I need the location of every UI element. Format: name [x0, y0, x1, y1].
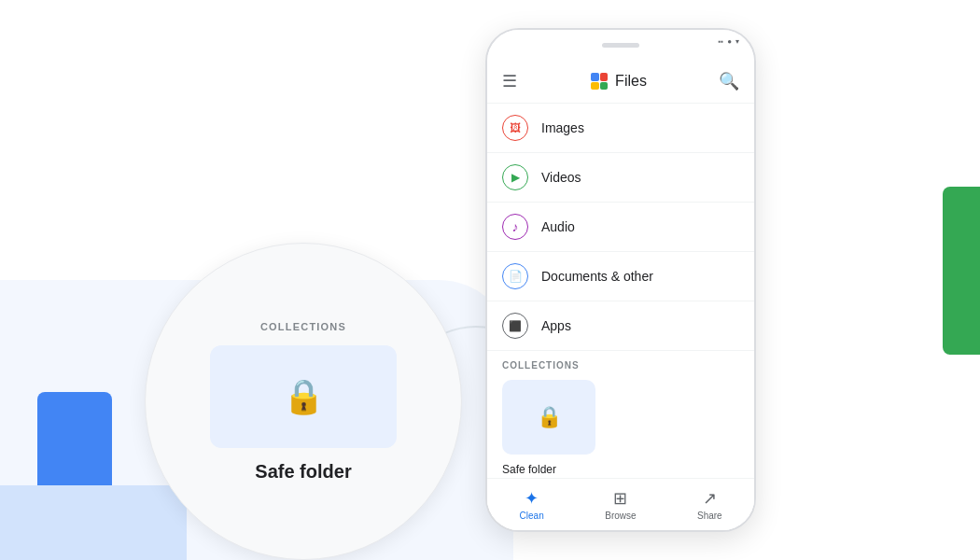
phone-screen: ☰ Files 🔍 🖼 [487, 60, 754, 530]
apps-icon: ⬛ [502, 313, 528, 339]
clean-label: Clean [520, 511, 544, 521]
nav-item-browse[interactable]: ⊞ Browse [576, 488, 665, 521]
svg-rect-0 [591, 73, 599, 81]
hamburger-menu-icon[interactable]: ☰ [502, 71, 517, 91]
circle-safe-folder-label: Safe folder [255, 461, 351, 483]
videos-icon: ▶ [502, 164, 528, 190]
share-label: Share [697, 511, 722, 521]
circle-lock-icon: 🔒 [283, 377, 325, 416]
svg-rect-1 [600, 73, 608, 81]
nav-item-share[interactable]: ↗ Share [665, 488, 754, 521]
circle-collections-label: COLLECTIONS [260, 321, 346, 332]
battery-icon: ▾ [735, 37, 739, 46]
phone-container: ▪▪ ● ▾ ☰ Files 🔍 [485, 28, 756, 532]
safe-folder-tile-label: Safe folder [502, 463, 556, 476]
images-label: Images [541, 120, 584, 135]
search-icon[interactable]: 🔍 [719, 71, 739, 91]
nav-item-clean[interactable]: ✦ Clean [487, 488, 576, 521]
videos-label: Videos [541, 170, 581, 185]
bg-light-blue-rect [0, 485, 187, 560]
svg-rect-3 [600, 82, 608, 90]
phone-top-bar: ▪▪ ● ▾ [487, 30, 754, 60]
signal-icon: ▪▪ [718, 37, 723, 46]
app-header: ☰ Files 🔍 [487, 60, 754, 104]
menu-item-audio[interactable]: ♪ Audio [487, 203, 754, 252]
header-title-container: Files [589, 71, 647, 91]
clean-icon: ✦ [525, 488, 539, 509]
documents-icon: 📄 [502, 263, 528, 289]
safe-folder-lock-icon: 🔒 [537, 405, 562, 429]
browse-icon: ⊞ [613, 488, 627, 509]
collections-tiles: 🔒 Safe folder [502, 380, 739, 477]
svg-rect-2 [591, 82, 599, 90]
menu-item-documents[interactable]: 📄 Documents & other [487, 252, 754, 301]
files-logo-icon [589, 71, 609, 91]
wifi-icon: ● [727, 37, 732, 46]
images-icon: 🖼 [502, 115, 528, 141]
menu-item-apps[interactable]: ⬛ Apps [487, 301, 754, 351]
audio-label: Audio [541, 219, 575, 234]
phone-speaker [602, 43, 639, 48]
app-title: Files [615, 73, 647, 90]
apps-label: Apps [541, 318, 571, 333]
collections-section-label: COLLECTIONS [502, 360, 739, 371]
menu-list: 🖼 Images ▶ Videos ♪ Audio [487, 104, 754, 481]
phone-status-bar: ▪▪ ● ▾ [718, 37, 739, 46]
safe-folder-tile-bg: 🔒 [502, 380, 595, 455]
safe-folder-tile[interactable]: 🔒 Safe folder [502, 380, 595, 477]
circle-safe-folder-card: 🔒 [210, 345, 397, 448]
menu-item-images[interactable]: 🖼 Images [487, 104, 754, 153]
audio-icon: ♪ [502, 214, 528, 240]
browse-label: Browse [605, 511, 636, 521]
menu-item-videos[interactable]: ▶ Videos [487, 153, 754, 203]
documents-label: Documents & other [541, 269, 653, 284]
bottom-nav: ✦ Clean ⊞ Browse ↗ Share [487, 478, 754, 530]
bg-green-rect [943, 187, 980, 355]
phone-frame: ▪▪ ● ▾ ☰ Files 🔍 [485, 28, 756, 532]
share-icon: ↗ [703, 488, 717, 509]
collections-section: COLLECTIONS 🔒 Safe folder [487, 351, 754, 481]
circle-zoom: COLLECTIONS 🔒 Safe folder [145, 243, 462, 560]
